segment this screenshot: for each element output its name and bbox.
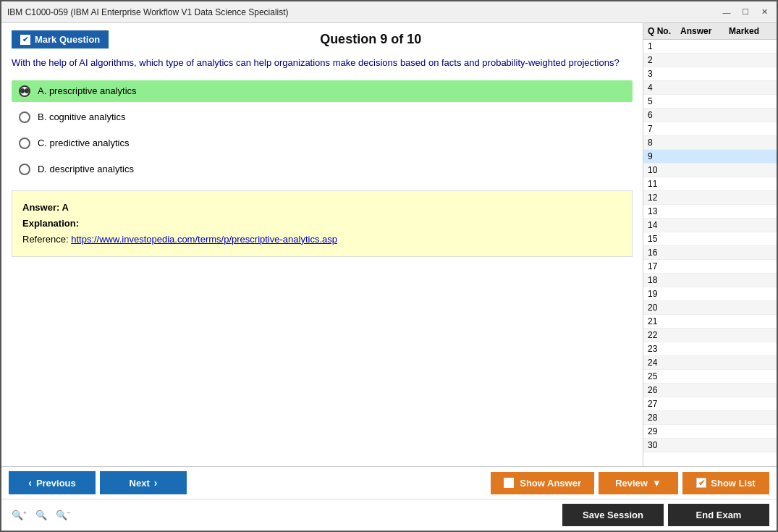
show-list-button[interactable]: ✔ Show List — [682, 472, 769, 494]
next-label: Next — [130, 478, 150, 489]
reference-line: Reference: https://www.investopedia.com/… — [22, 232, 622, 248]
qlist-row[interactable]: 5 — [643, 95, 777, 109]
app-window: IBM C1000-059 (IBM AI Enterprise Workflo… — [0, 0, 778, 532]
option-d[interactable]: D. descriptive analytics — [12, 159, 633, 180]
window-controls: — ☐ ✕ — [720, 6, 771, 19]
options-list: A. prescriptive analytics B. cognitive a… — [12, 80, 633, 180]
qlist-row[interactable]: 27 — [643, 397, 777, 411]
option-b-radio — [19, 111, 30, 123]
qlist-row[interactable]: 6 — [643, 109, 777, 122]
review-label: Review — [615, 478, 648, 489]
right-panel: Q No. Answer Marked 12345678910111213141… — [643, 23, 777, 466]
show-answer-button[interactable]: Show Answer — [491, 472, 594, 494]
qlist-row[interactable]: 12 — [643, 191, 777, 205]
option-c[interactable]: C. predictive analytics — [12, 132, 633, 154]
review-button[interactable]: Review ▼ — [599, 472, 678, 494]
answer-box: Answer: A Explanation: Reference: https:… — [12, 190, 633, 257]
show-answer-label: Show Answer — [520, 478, 581, 489]
option-d-radio — [19, 164, 30, 175]
qlist-col-answer: Answer — [680, 26, 729, 36]
action-row: 🔍+ 🔍 🔍− Save Session End Exam — [1, 499, 777, 531]
mark-checkbox-icon: ✔ — [20, 35, 30, 45]
qlist-row[interactable]: 11 — [643, 177, 777, 191]
option-b[interactable]: B. cognitive analytics — [12, 106, 633, 128]
bottom-bar: ‹ Previous Next › Show Answer Review ▼ ✔… — [1, 466, 777, 531]
option-d-text: D. descriptive analytics — [38, 164, 134, 174]
option-b-text: B. cognitive analytics — [38, 111, 125, 122]
zoom-controls: 🔍+ 🔍 🔍− — [9, 508, 73, 522]
qlist-row[interactable]: 21 — [643, 315, 777, 329]
qlist-row[interactable]: 22 — [643, 329, 777, 342]
qlist-row[interactable]: 20 — [643, 301, 777, 315]
review-chevron-icon: ▼ — [652, 478, 661, 489]
qlist-row[interactable]: 25 — [643, 370, 777, 384]
next-arrow-icon: › — [154, 477, 158, 489]
qlist-scroll[interactable]: 1234567891011121314151617181920212223242… — [643, 40, 777, 466]
main-area: ✔ Mark Question Question 9 of 10 With th… — [1, 23, 777, 466]
qlist-row[interactable]: 13 — [643, 205, 777, 219]
question-title: Question 9 of 10 — [109, 32, 633, 47]
qlist-col-q: Q No. — [648, 26, 680, 36]
zoom-out-button[interactable]: 🔍− — [53, 508, 74, 522]
option-a[interactable]: A. prescriptive analytics — [12, 80, 633, 102]
qlist-row[interactable]: 10 — [643, 164, 777, 177]
qlist-header: Q No. Answer Marked — [643, 23, 777, 40]
previous-label: Previous — [36, 478, 76, 489]
qlist-row[interactable]: 2 — [643, 54, 777, 67]
qlist-row[interactable]: 26 — [643, 384, 777, 397]
end-exam-button[interactable]: End Exam — [668, 504, 769, 526]
show-answer-checkbox-icon — [504, 478, 514, 488]
next-button[interactable]: Next › — [100, 471, 187, 494]
qlist-row[interactable]: 1 — [643, 40, 777, 54]
answer-line: Answer: A — [22, 200, 622, 216]
window-title: IBM C1000-059 (IBM AI Enterprise Workflo… — [7, 7, 289, 17]
qlist-row[interactable]: 29 — [643, 425, 777, 439]
qlist-row[interactable]: 30 — [643, 439, 777, 452]
qlist-row[interactable]: 18 — [643, 274, 777, 287]
save-session-button[interactable]: Save Session — [562, 504, 664, 526]
qlist-row[interactable]: 17 — [643, 260, 777, 274]
option-c-radio — [19, 138, 30, 149]
minimize-button[interactable]: — — [720, 6, 733, 19]
qlist-row[interactable]: 24 — [643, 356, 777, 370]
qlist-col-marked: Marked — [729, 26, 772, 36]
mark-question-button[interactable]: ✔ Mark Question — [12, 30, 109, 48]
qlist-row[interactable]: 16 — [643, 246, 777, 260]
maximize-button[interactable]: ☐ — [739, 6, 752, 19]
zoom-in-button[interactable]: 🔍+ — [9, 508, 30, 522]
previous-arrow-icon: ‹ — [28, 477, 32, 489]
show-list-label: Show List — [711, 478, 755, 489]
option-a-text: A. prescriptive analytics — [38, 85, 137, 96]
previous-button[interactable]: ‹ Previous — [9, 471, 96, 494]
question-text: With the help of AI algorithms, which ty… — [12, 56, 633, 70]
qlist-row[interactable]: 19 — [643, 287, 777, 301]
option-c-text: C. predictive analytics — [38, 138, 129, 148]
qlist-row[interactable]: 3 — [643, 67, 777, 81]
mark-question-label: Mark Question — [35, 34, 100, 45]
close-button[interactable]: ✕ — [758, 6, 771, 19]
header-row: ✔ Mark Question Question 9 of 10 — [12, 30, 633, 48]
qlist-row[interactable]: 7 — [643, 122, 777, 136]
qlist-row[interactable]: 28 — [643, 411, 777, 425]
titlebar: IBM C1000-059 (IBM AI Enterprise Workflo… — [1, 1, 777, 23]
qlist-row[interactable]: 15 — [643, 232, 777, 246]
zoom-reset-button[interactable]: 🔍 — [33, 508, 50, 522]
reference-link[interactable]: https://www.investopedia.com/terms/p/pre… — [71, 234, 337, 245]
qlist-row[interactable]: 4 — [643, 81, 777, 95]
qlist-row[interactable]: 14 — [643, 219, 777, 232]
content-area: ✔ Mark Question Question 9 of 10 With th… — [1, 23, 643, 466]
reference-prefix: Reference: — [22, 234, 71, 245]
option-a-radio — [19, 85, 30, 97]
qlist-row[interactable]: 9 — [643, 150, 777, 164]
qlist-row[interactable]: 8 — [643, 136, 777, 150]
nav-row: ‹ Previous Next › Show Answer Review ▼ ✔… — [1, 467, 777, 499]
show-list-checkbox-icon: ✔ — [696, 478, 706, 488]
explanation-label: Explanation: — [22, 216, 622, 232]
qlist-row[interactable]: 23 — [643, 342, 777, 356]
